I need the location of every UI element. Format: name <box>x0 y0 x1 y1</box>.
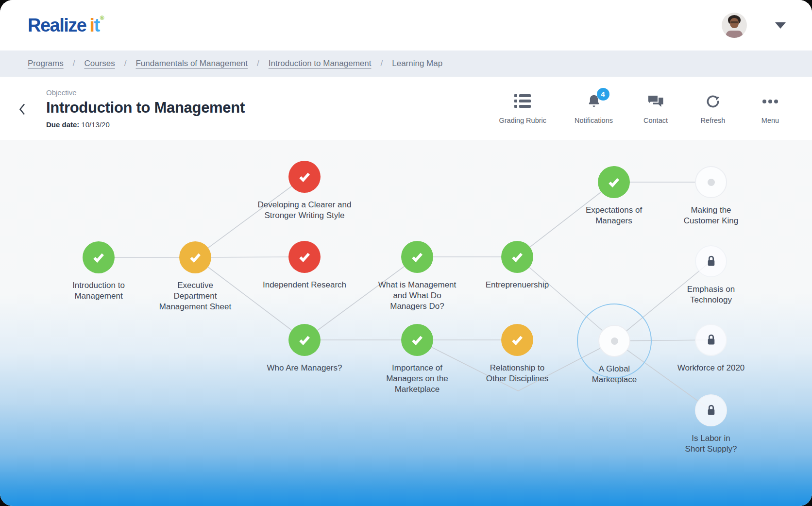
check-icon <box>295 331 314 349</box>
dot-icon <box>708 179 715 186</box>
contact-button[interactable]: Contact <box>641 93 670 124</box>
breadcrumb-separator: / <box>257 59 259 68</box>
breadcrumb: Programs / Courses / Fundamentals of Man… <box>0 51 812 77</box>
avatar-glasses <box>730 21 738 23</box>
logo-i: i <box>89 16 94 34</box>
logo-word: Realize <box>28 16 86 34</box>
node-label: Independent Research <box>246 280 363 290</box>
node-status-circle[interactable] <box>501 241 533 273</box>
refresh-icon <box>705 93 721 110</box>
breadcrumb-courses[interactable]: Courses <box>84 59 115 68</box>
map-node-who: Who Are Managers? <box>246 324 363 373</box>
map-node-importance: Importance of Managers on the Marketplac… <box>359 324 475 395</box>
node-label: Executive Department Management Sheet <box>137 280 254 312</box>
check-icon <box>295 168 314 186</box>
refresh-button[interactable]: Refresh <box>698 93 727 124</box>
check-icon <box>408 331 426 349</box>
refresh-label: Refresh <box>701 117 726 124</box>
map-node-emphasis: Emphasis on Technology <box>653 245 769 305</box>
grading-rubric-button[interactable]: Grading Rubric <box>499 93 547 124</box>
objective-kicker: Objective <box>46 88 245 97</box>
due-date-label: Due date: <box>46 120 79 129</box>
menu-label: Menu <box>761 117 779 124</box>
breadcrumb-separator: / <box>73 59 75 68</box>
breadcrumb-separator: / <box>380 59 383 68</box>
app-window: Realizeit® Programs / Courses / Fundamen… <box>0 0 812 506</box>
map-node-making: Making the Customer King <box>653 166 769 226</box>
node-status-circle[interactable] <box>695 166 727 198</box>
learning-map: Introduction to Management Executive Dep… <box>0 140 812 506</box>
node-label: Entreprenuership <box>459 280 575 290</box>
chevron-left-icon <box>18 103 26 116</box>
grading-rubric-label: Grading Rubric <box>499 117 547 124</box>
objective-header: Objective Introduction to Management Due… <box>0 77 812 140</box>
node-status-circle[interactable] <box>83 241 115 273</box>
map-node-independent: Independent Research <box>246 241 363 290</box>
toolbar: Grading Rubric 4 Notifications <box>499 93 785 124</box>
back-button[interactable] <box>18 103 26 116</box>
top-header: Realizeit® <box>0 0 812 51</box>
node-status-circle[interactable] <box>598 325 630 357</box>
breadcrumb-fundamentals[interactable]: Fundamentals of Management <box>135 59 248 68</box>
node-status-circle[interactable] <box>179 241 211 273</box>
notification-badge: 4 <box>597 88 609 101</box>
title-text-block: Objective Introduction to Management Due… <box>46 88 245 129</box>
node-status-circle[interactable] <box>695 324 727 356</box>
user-area <box>722 13 786 38</box>
ellipsis-icon <box>762 93 778 110</box>
check-icon <box>89 248 108 267</box>
breadcrumb-learning-map: Learning Map <box>392 59 442 68</box>
bell-icon: 4 <box>586 93 602 110</box>
due-date-value: 10/13/20 <box>81 120 109 129</box>
node-status-circle[interactable] <box>598 166 630 198</box>
map-node-developing: Developing a Clearer and Stronger Writin… <box>246 161 363 221</box>
title-group: Objective Introduction to Management Due… <box>18 88 245 129</box>
breadcrumb-programs[interactable]: Programs <box>28 59 64 68</box>
page-title: Introduction to Management <box>46 99 245 117</box>
caret-down-icon[interactable] <box>775 22 786 29</box>
node-label: Workforce of 2020 <box>653 363 769 373</box>
map-node-entreprenuership: Entreprenuership <box>459 241 575 290</box>
due-date: Due date:10/13/20 <box>46 120 245 129</box>
lock-icon <box>705 254 717 268</box>
map-node-workforce: Workforce of 2020 <box>653 324 769 373</box>
registered-mark: ® <box>100 15 103 21</box>
node-label: Who Are Managers? <box>246 363 363 373</box>
node-status-circle[interactable] <box>288 241 321 273</box>
node-status-circle[interactable] <box>288 324 321 356</box>
user-avatar[interactable] <box>722 13 747 38</box>
node-label: Importance of Managers on the Marketplac… <box>359 363 475 395</box>
node-status-circle[interactable] <box>501 324 533 356</box>
node-label: Developing a Clearer and Stronger Writin… <box>246 200 363 221</box>
check-icon <box>408 248 426 266</box>
node-status-circle[interactable] <box>695 394 727 426</box>
node-status-circle[interactable] <box>695 245 727 277</box>
check-icon <box>186 248 204 267</box>
dot-icon <box>611 337 618 345</box>
breadcrumb-separator: / <box>124 59 127 68</box>
lock-icon <box>705 333 717 347</box>
notifications-label: Notifications <box>575 117 613 124</box>
map-node-executive: Executive Department Management Sheet <box>137 241 254 312</box>
contact-label: Contact <box>643 117 668 124</box>
node-status-circle[interactable] <box>401 324 433 356</box>
node-label: Making the Customer King <box>653 205 769 226</box>
check-icon <box>295 248 314 266</box>
node-label: Is Labor in Short Supply? <box>653 433 769 455</box>
node-label: What is Management and What Do Managers … <box>359 280 475 312</box>
logo-t: t <box>94 16 100 34</box>
check-icon <box>508 331 526 349</box>
node-label: Emphasis on Technology <box>653 284 769 305</box>
menu-button[interactable]: Menu <box>756 93 785 124</box>
lock-icon <box>705 404 717 417</box>
breadcrumb-intro-to-management[interactable]: Introduction to Management <box>269 59 372 68</box>
node-status-circle[interactable] <box>401 241 433 273</box>
map-node-islabor: Is Labor in Short Supply? <box>653 394 769 455</box>
chat-bubbles-icon <box>647 93 664 110</box>
list-icon <box>514 93 531 110</box>
notifications-button[interactable]: 4 Notifications <box>575 93 613 124</box>
realizeit-logo[interactable]: Realizeit® <box>28 16 103 34</box>
check-icon <box>508 248 526 266</box>
node-status-circle[interactable] <box>288 161 321 193</box>
map-node-what: What is Management and What Do Managers … <box>359 241 475 312</box>
